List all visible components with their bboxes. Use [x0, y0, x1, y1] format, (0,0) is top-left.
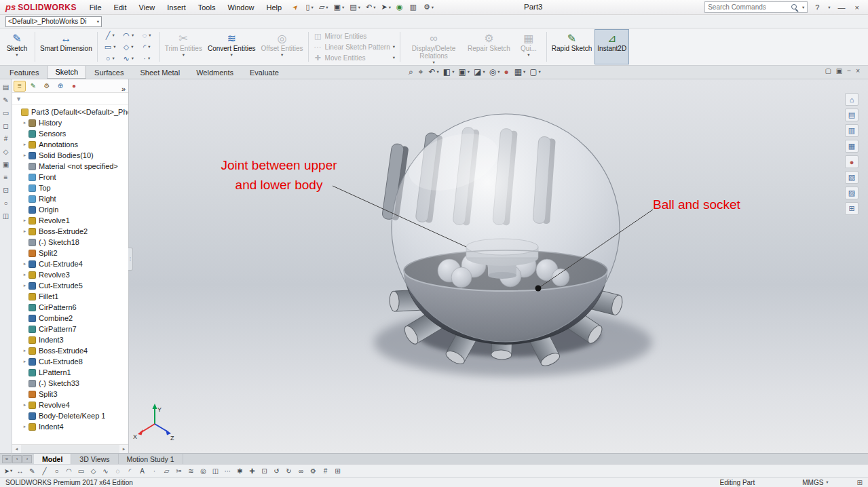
tree-item[interactable]: Combine2 [12, 313, 128, 324]
trim-tool[interactable]: ✂ [174, 466, 185, 476]
tree-item[interactable]: Origin [12, 204, 128, 215]
panel-splitter[interactable]: ⋮ [128, 248, 133, 271]
tab-sheet-metal[interactable]: Sheet Metal [132, 66, 188, 79]
filter-icon[interactable]: ▼ [16, 96, 22, 102]
tree-item[interactable]: ▸ Revolve4 [12, 400, 128, 410]
search-icon[interactable] [791, 3, 799, 12]
dock-toolbar-icon[interactable]: ◇ [3, 148, 9, 155]
tree-item[interactable]: ▸ Cut-Extrude4 [12, 258, 128, 269]
scroll-right-icon[interactable]: ▸ [119, 446, 128, 452]
expand-arrow-icon[interactable]: ▸ [21, 261, 29, 267]
tree-item[interactable]: ▸ Boss-Extrude4 [12, 345, 128, 356]
arc-tool[interactable]: ◠ ▾ [119, 30, 138, 41]
file-explorer-icon[interactable]: ▥ [845, 124, 858, 137]
view-settings-icon[interactable]: ▢ ▾ [528, 66, 542, 77]
tree-item[interactable]: ▸ Revolve1 [12, 215, 128, 226]
expand-arrow-icon[interactable]: ▸ [21, 359, 29, 364]
propertymanager-tab-icon[interactable]: ✎ [27, 81, 39, 92]
dock-toolbar-icon[interactable]: ○ [3, 199, 7, 207]
tab-scroll-prev-icon[interactable]: ‹ [12, 455, 22, 463]
smart-dimension-button[interactable]: ↔ Smart Dimension [37, 29, 95, 64]
repair-tool[interactable]: ⚙ [308, 466, 319, 476]
options-icon[interactable]: ⚙ ▾ [421, 1, 436, 13]
tree-item[interactable]: CirPattern6 [12, 302, 128, 313]
select-tool[interactable]: ➤ ▾ [3, 466, 14, 476]
dimxpertmanager-tab-icon[interactable]: ⊕ [54, 81, 67, 92]
move-entities-button[interactable]: ✚ Move Entities ▾ [311, 53, 398, 63]
convert-entities-button[interactable]: ≋ Convert Entities ▾ [205, 29, 259, 64]
viewport-minimize-icon[interactable]: − [847, 67, 851, 75]
zoom-to-fit-icon[interactable]: ⌕ [407, 66, 416, 77]
tab-scroll-next-icon[interactable]: › [22, 455, 32, 463]
viewport-restore-icon[interactable]: ▣ [836, 67, 842, 75]
close-button[interactable]: × [853, 3, 861, 12]
tab-evaluate[interactable]: Evaluate [242, 66, 287, 79]
mirror-tool[interactable]: ◫ [210, 466, 221, 476]
move-tool[interactable]: ✚ [247, 466, 258, 476]
tab-sketch[interactable]: Sketch [47, 65, 86, 79]
point-tool[interactable]: · ▾ [138, 53, 156, 64]
open-icon[interactable]: ▱ ▾ [316, 1, 331, 13]
smart-dimension-tool[interactable]: ↔ [15, 466, 26, 476]
tab-motion-study-1[interactable]: Motion Study 1 [119, 454, 183, 464]
tree-item[interactable]: Front [12, 172, 128, 182]
plane-tool[interactable]: ▱ [162, 466, 172, 476]
apply-scene-icon[interactable]: ▦ ▾ [513, 66, 527, 77]
menu-item[interactable]: Edit [108, 1, 133, 14]
dock-toolbar-icon[interactable]: ▭ [3, 109, 9, 117]
tree-item[interactable]: Part3 (Default<<Default>_PhotoW [12, 106, 128, 117]
quick-snaps-button[interactable]: ▦ Qui... ▾ [513, 29, 544, 64]
menu-item[interactable]: Tools [192, 1, 222, 14]
tree-item[interactable]: Right [12, 193, 128, 204]
menu-item[interactable]: Window [221, 1, 260, 14]
tree-item[interactable]: Split3 [12, 389, 128, 400]
viewport-split-icon[interactable]: ▢ [825, 67, 831, 75]
scroll-left-icon[interactable]: ◂ [12, 446, 21, 452]
appearances-icon[interactable]: ● [845, 155, 858, 168]
tab-model[interactable]: Model [34, 454, 71, 464]
ball-socket-point[interactable] [535, 286, 542, 292]
solidworks-resources-icon[interactable]: ⌂ [845, 93, 858, 106]
custom-properties-icon[interactable]: ▧ [845, 171, 858, 184]
offset-tool[interactable]: ◎ [198, 466, 209, 476]
line-tool[interactable]: ╱ ▾ [101, 30, 119, 41]
menu-item[interactable]: Insert [161, 1, 192, 14]
tab-surfaces[interactable]: Surfaces [86, 66, 132, 79]
menu-item[interactable]: File [83, 1, 108, 14]
tree-item[interactable]: (-) Sketch18 [12, 237, 128, 248]
dock-toolbar-icon[interactable]: ≡ [4, 174, 8, 181]
new-document-icon[interactable]: ▯ ▾ [303, 1, 316, 13]
trim-entities-button[interactable]: ✂ Trim Entities ▾ [162, 29, 205, 64]
scrollbar-track[interactable] [21, 445, 119, 453]
view-orientation-icon[interactable]: ▣ ▾ [457, 66, 471, 77]
polygon-tool[interactable]: ◇ ▾ [119, 41, 138, 53]
edit-appearance-icon[interactable]: ● [502, 66, 511, 77]
tree-item[interactable]: ▸ Boss-Extrude2 [12, 226, 128, 237]
solidworks-forum-icon[interactable]: ▨ [845, 187, 858, 199]
linear-pattern-tool[interactable]: ⋯ [223, 466, 233, 476]
tree-item[interactable]: ▸ Indent4 [12, 421, 128, 432]
tree-item[interactable]: ▸ Solid Bodies(10) [12, 150, 128, 161]
expand-arrow-icon[interactable]: ▸ [21, 402, 29, 408]
ellipse-tool[interactable]: ◌ ▾ [138, 30, 156, 41]
sketch-button[interactable]: ✎ Sketch ▾ [1, 29, 33, 64]
rectangle-tool[interactable]: ▭ [76, 466, 87, 476]
expand-arrow-icon[interactable]: ▸ [21, 348, 29, 353]
statusbar-expand-icon[interactable]: ⊞ [857, 479, 863, 486]
tab-features[interactable]: Features [1, 66, 47, 79]
dock-toolbar-icon[interactable]: ▤ [3, 83, 9, 91]
fillet-tool[interactable]: ◜ [125, 466, 136, 476]
select-icon[interactable]: ➤ ▾ [378, 1, 393, 13]
tree-item[interactable]: Material <not specified> [12, 161, 128, 172]
search-commands-input[interactable] [708, 3, 789, 11]
circle-tool[interactable]: ○ [52, 466, 62, 476]
circle-tool[interactable]: ○ ▾ [101, 53, 119, 64]
help-caret-icon[interactable]: ▾ [828, 5, 830, 10]
menu-item[interactable]: View [133, 1, 162, 14]
displaymanager-tab-icon[interactable]: ● [68, 81, 80, 92]
circular-pattern-tool[interactable]: ✱ [235, 466, 246, 476]
spline-tool[interactable]: ∿ ▾ [119, 53, 138, 64]
save-icon[interactable]: ▣ ▾ [331, 1, 347, 13]
snap-tool[interactable]: # [320, 466, 331, 476]
hide-show-items-icon[interactable]: ◎ ▾ [488, 66, 502, 77]
